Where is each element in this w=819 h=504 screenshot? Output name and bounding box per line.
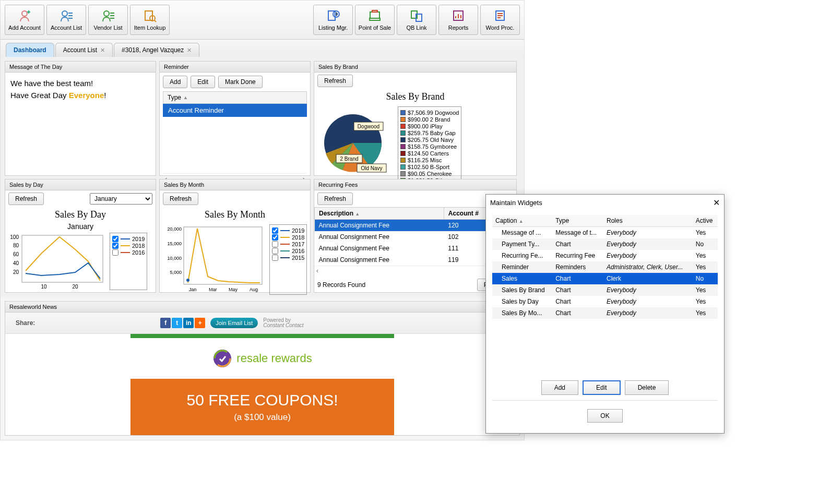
legend-checkbox[interactable] [272,248,278,254]
table-row[interactable]: Annual Consignment Fee102 [315,231,508,243]
fees-refresh-button[interactable]: Refresh [317,193,353,205]
reminder-add-button[interactable]: Add [163,76,187,88]
col-type[interactable]: Type [552,215,603,227]
tool-label: Vendor List [93,25,122,31]
reminder-mark-button[interactable]: Mark Done [218,76,263,88]
table-row[interactable]: Annual Consignment Fee111 [315,243,508,254]
svg-text:80: 80 [13,243,19,248]
powered-by: Powered byConstant Contact [263,318,303,328]
facebook-icon[interactable]: f [160,318,171,328]
table-row[interactable]: Annual Consignment Fee119 [315,254,508,266]
widget-table: Caption ▲ Type Roles Active Message of .… [492,215,718,319]
legend-item: 2016 [112,249,145,256]
month-refresh-button[interactable]: Refresh [163,193,198,205]
tab-label: Account List [63,46,97,54]
legend-item: $900.00 iPlay [400,123,459,129]
dialog-title-bar: Maintain Widgets ✕ [486,195,724,211]
table-row[interactable]: Sales By Mo...ChartEverybodyYes [492,307,718,319]
promo-banner: 50 FREE COUPONS! (a $100 value) [130,379,394,435]
join-email-button[interactable]: Join Email List [210,318,258,328]
reminder-edit-button[interactable]: Edit [191,76,215,88]
message-panel: Message of The Day We have the best team… [5,61,156,176]
table-row[interactable]: SalesChartClerkNo [492,273,718,284]
legend-checkbox[interactable] [112,249,118,256]
reminder-col-header[interactable]: Type▲ [163,91,307,104]
message-line1: We have the best team! [10,79,150,88]
legend-item: 2015 [272,255,304,261]
col-active[interactable]: Active [693,215,718,227]
table-row[interactable]: Payment Ty...ChartEverybodyNo [492,238,718,250]
linkedin-icon[interactable]: in [183,318,194,328]
fees-col-desc[interactable]: Description ▲ [315,208,444,220]
panel-title: Reminder [160,62,310,73]
add-account-button[interactable]: Add Account [5,5,44,35]
tab-account-detail[interactable]: #3018, Angel Vazquez✕ [114,43,199,57]
col-caption[interactable]: Caption ▲ [492,215,552,227]
svg-text:May: May [229,287,238,292]
vendor-list-button[interactable]: Vendor List [88,5,128,35]
message-line2: Have Great Day Everyone! [10,91,150,100]
pos-icon [368,9,382,22]
listing-mgr-button[interactable]: Listing Mgr. [313,5,353,35]
table-row[interactable]: Annual Consignment Fee120 [315,220,508,232]
table-row[interactable]: ReminderRemindersAdministrator, Clerk, U… [492,261,718,273]
legend-item: $990.00 2 Brand [400,116,459,123]
tab-dashboard[interactable]: Dashboard [6,43,54,57]
legend-checkbox[interactable] [272,234,278,241]
legend-item: 2018 [112,243,145,249]
reminder-body: Add Edit Mark Done Type▲ Account Reminde… [160,73,310,187]
reports-button[interactable]: Reports [438,5,478,35]
close-icon[interactable]: ✕ [713,198,720,208]
legend-checkbox[interactable] [272,255,278,261]
panel-title: Sales By Brand [314,62,516,73]
addthis-icon[interactable]: + [195,318,205,328]
dialog-ok-button[interactable]: OK [587,409,622,423]
tool-label: Point of Sale [359,25,391,31]
table-row[interactable]: Sales by DayChartEverybodyYes [492,296,718,307]
svg-text:Mar: Mar [209,287,217,292]
svg-rect-7 [370,12,379,18]
social-icons: f t in + [160,318,205,328]
twitter-icon[interactable]: t [172,318,182,328]
svg-text:40: 40 [13,260,19,266]
legend-checkbox[interactable] [112,243,118,249]
table-row[interactable]: Message of ...Message of t...EverybodyYe… [492,227,718,239]
toolbar: Add Account Account List Vendor List Ite… [1,1,524,40]
rewards-icon [212,349,232,368]
col-roles[interactable]: Roles [603,215,693,227]
qb-link-icon [410,9,423,22]
brand-refresh-button[interactable]: Refresh [317,75,353,87]
table-row[interactable]: Sales By BrandChartEverybodyYes [492,284,718,296]
dialog-delete-button[interactable]: Delete [625,380,669,395]
item-lookup-button[interactable]: Item Lookup [130,5,170,35]
close-icon[interactable]: ✕ [187,47,192,54]
dialog-add-button[interactable]: Add [541,380,578,395]
svg-text:Aug: Aug [250,287,258,292]
legend-checkbox[interactable] [272,241,278,247]
sort-asc-icon: ▲ [355,211,360,217]
share-bar: Share: f t in + Join Email List Powered … [5,313,519,334]
svg-point-39 [213,350,231,367]
account-list-icon [60,9,73,22]
dialog-title: Maintain Widgets [490,199,542,207]
svg-text:Old Navy: Old Navy [361,165,382,171]
qb-link-button[interactable]: QB Link [397,5,436,35]
brand-chart: Dogwood 2 Brand Old Navy $7,506.99 Dogwo… [314,104,516,189]
month-select[interactable]: January [90,193,152,205]
tab-account-list[interactable]: Account List✕ [55,43,113,57]
main-window: Add Account Account List Vendor List Ite… [0,0,525,440]
day-refresh-button[interactable]: Refresh [8,193,44,205]
message-body: We have the best team! Have Great Day Ev… [5,73,156,106]
table-row[interactable]: Recurring Fe...Recurring FeeEverybodyYes [492,250,718,261]
legend-item: $158.75 Gymboree [400,143,459,150]
legend-checkbox[interactable] [112,236,118,242]
pos-button[interactable]: Point of Sale [355,5,395,35]
reminder-row[interactable]: Account Reminder [163,104,307,117]
legend-checkbox[interactable] [272,227,278,234]
close-icon[interactable]: ✕ [100,47,105,54]
word-proc-button[interactable]: Word Proc. [480,5,520,35]
panel-title: Recurring Fees [314,179,516,190]
day-panel: Sales by Day Refresh January Sales By Da… [5,179,156,293]
account-list-button[interactable]: Account List [46,5,86,35]
dialog-edit-button[interactable]: Edit [583,380,621,395]
